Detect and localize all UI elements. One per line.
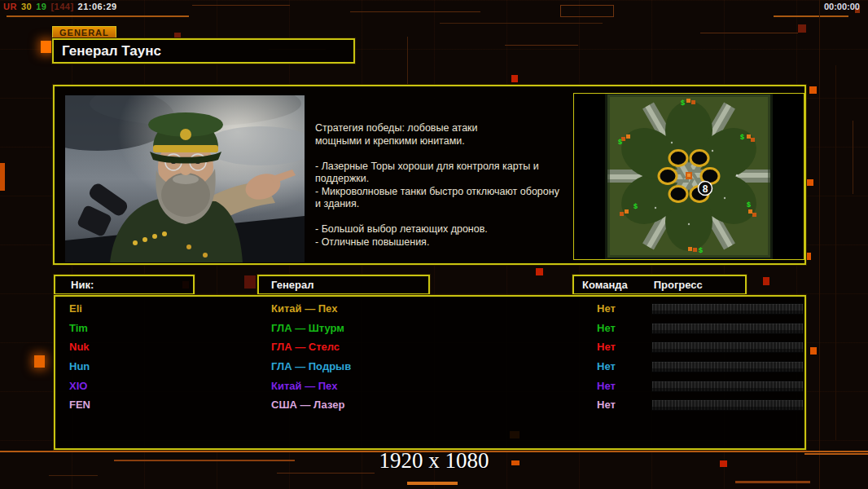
player-team: Нет <box>597 302 616 315</box>
svg-text:$: $ <box>740 133 744 141</box>
general-info-panel: Стратегия победы: лобовые атаки мощными … <box>53 85 806 265</box>
svg-text:$: $ <box>747 200 751 209</box>
circuit-trace <box>819 0 820 489</box>
player-nick: XIO <box>69 380 87 392</box>
general-title: Генерал Таунс <box>54 40 353 59</box>
circuit-trace <box>560 5 561 17</box>
player-progress-bar <box>651 341 804 353</box>
circuit-trace <box>735 481 810 483</box>
circuit-trace <box>853 121 853 194</box>
player-row: EliКитай — ПехНет <box>55 299 804 319</box>
header-team-label: Команда <box>582 276 628 293</box>
player-general: Китай — Пех <box>271 302 337 315</box>
circuit-trace <box>810 347 817 355</box>
circuit-trace <box>774 15 848 17</box>
player-general: ГЛА — Штурм <box>271 322 344 334</box>
player-general: ГЛА — Стелс <box>271 341 340 353</box>
circuit-trace <box>192 5 290 6</box>
overlay-ur-label: UR <box>3 2 17 11</box>
minimap-center-icon <box>686 172 692 179</box>
circuit-trace <box>809 86 817 94</box>
circuit-trace <box>536 268 543 275</box>
circuit-trace <box>798 24 806 33</box>
circuit-trace <box>440 23 603 24</box>
general-title-box: Генерал Таунс <box>52 38 355 64</box>
circuit-trace <box>407 37 408 86</box>
circuit-trace <box>407 482 458 485</box>
header-progress-label: Прогресс <box>654 276 703 293</box>
header-general: Генерал <box>257 275 430 295</box>
general-tab-label: GENERAL <box>52 26 116 39</box>
circuit-trace <box>350 11 480 12</box>
player-progress-bar <box>651 381 804 392</box>
overlay-clock: 21:06:29 <box>78 2 117 11</box>
resolution-label: 1920 x 1080 <box>0 448 868 474</box>
circuit-trace <box>700 33 798 33</box>
circuit-trace <box>763 277 769 285</box>
performance-overlay: UR3019[144]21:06:29 <box>3 2 121 11</box>
svg-text:$: $ <box>618 138 622 146</box>
circuit-trace <box>835 65 836 440</box>
game-loading-screen: UR3019[144]21:06:29 00:00:00 GENERAL Ген… <box>0 0 868 489</box>
minimap-box: 8 $ $ $ $ $ $ <box>573 93 804 260</box>
circuit-trace <box>560 16 614 17</box>
overlay-value-bracket: [144] <box>50 2 73 11</box>
circuit-trace <box>807 179 813 186</box>
header-nick: Ник: <box>54 275 195 295</box>
player-progress-bar <box>651 323 804 334</box>
player-row: HunГЛА — ПодрывНет <box>55 357 804 377</box>
player-team: Нет <box>597 360 616 372</box>
player-team: Нет <box>597 341 616 353</box>
general-portrait <box>65 95 305 262</box>
player-nick: Nuk <box>69 341 90 353</box>
player-row: XIOКитай — ПехНет <box>55 377 804 396</box>
svg-text:8: 8 <box>703 183 708 195</box>
player-progress-bar <box>651 399 804 411</box>
circuit-trace <box>49 475 98 476</box>
player-general: Китай — Пех <box>271 380 337 392</box>
circuit-trace <box>34 355 45 368</box>
minimap-image: 8 $ $ $ $ $ $ <box>574 94 804 259</box>
svg-text:$: $ <box>699 246 703 254</box>
circuit-trace <box>613 5 614 17</box>
player-roster-panel: EliКитай — ПехНетTimГЛА — ШтурмНетNukГЛА… <box>54 295 806 450</box>
player-row: NukГЛА — СтелсНет <box>55 337 804 357</box>
player-progress-bar <box>651 361 804 372</box>
circuit-trace <box>41 41 52 53</box>
circuit-trace <box>560 5 614 6</box>
player-nick: Tim <box>69 322 88 334</box>
player-progress-bar <box>651 303 804 315</box>
match-timer: 00:00:00 <box>824 2 860 11</box>
minimap-player-count-badge: 8 <box>699 182 712 196</box>
circuit-trace <box>505 45 578 46</box>
player-general: ГЛА — Подрыв <box>271 360 351 372</box>
player-row: TimГЛА — ШтурмНет <box>55 319 804 338</box>
player-team: Нет <box>597 399 616 411</box>
circuit-trace <box>511 75 518 82</box>
player-general: США — Лазер <box>271 399 344 411</box>
circuit-trace <box>7 15 189 17</box>
header-team-progress: Команда Прогресс <box>572 275 747 295</box>
svg-text:$: $ <box>681 99 685 107</box>
player-list: EliКитай — ПехНетTimГЛА — ШтурмНетNukГЛА… <box>55 299 804 415</box>
player-nick: Eli <box>69 302 82 315</box>
circuit-trace <box>0 163 5 191</box>
player-nick: FEN <box>69 399 90 411</box>
circuit-trace <box>244 275 256 289</box>
player-team: Нет <box>597 322 616 334</box>
overlay-value-b: 19 <box>36 2 46 11</box>
player-team: Нет <box>597 380 616 392</box>
player-row: FENСША — ЛазерНет <box>55 395 804 415</box>
strategy-briefing-text: Стратегия победы: лобовые атаки мощными … <box>315 122 576 249</box>
overlay-value-a: 30 <box>21 2 32 11</box>
svg-text:$: $ <box>633 202 638 210</box>
player-nick: Hun <box>69 360 90 372</box>
